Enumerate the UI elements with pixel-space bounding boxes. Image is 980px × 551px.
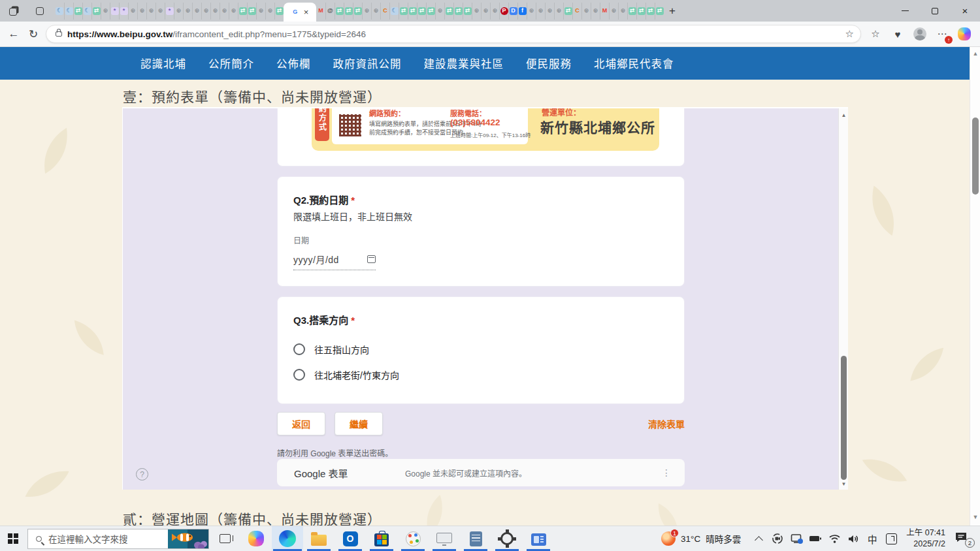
profile-avatar[interactable] [912,26,928,42]
radio-button-icon[interactable] [293,369,305,381]
copilot-icon[interactable] [956,26,972,42]
taskbar-projector-button[interactable] [429,526,460,551]
browser-tab[interactable]: ⇄ [463,3,472,20]
browser-tab[interactable]: * [165,3,174,20]
browser-tab[interactable]: ⇄ [399,3,408,20]
start-button[interactable] [0,526,26,551]
date-input[interactable]: yyyy/月/dd [293,253,376,270]
browser-tab[interactable]: ⊕ [192,3,201,20]
nav-item-7[interactable]: 北埔鄉民代表會 [594,55,674,71]
refresh-icon[interactable]: ↻ [24,27,43,41]
scroll-down-icon[interactable]: ▼ [970,514,980,520]
hidden-icons-chevron[interactable] [752,531,765,546]
calendar-icon[interactable] [367,255,376,263]
browser-tab[interactable]: ⇄ [73,3,82,20]
taskbar-store-button[interactable] [366,526,397,551]
active-tab[interactable]: G × [284,3,316,22]
browser-tab[interactable]: P [499,3,508,20]
browser-tab[interactable]: * [110,3,119,20]
browser-tab[interactable]: ☾ [64,3,73,20]
address-bar[interactable]: https://www.beipu.gov.tw/iframcontent_ed… [46,25,861,43]
browser-tab[interactable]: M [316,3,325,20]
browser-tab[interactable]: ⇄ [444,3,453,20]
nav-item-2[interactable]: 公所簡介 [208,55,254,71]
minimize-button[interactable] [890,0,920,22]
nav-item-3[interactable]: 公佈欄 [276,55,311,71]
display-cast-icon[interactable] [790,531,803,546]
radio-button-icon[interactable] [293,343,305,355]
google-forms-brand[interactable]: Google 表單 [277,466,405,480]
browser-tab[interactable]: ⊕ [545,3,554,20]
back-icon[interactable]: ← [4,27,24,40]
taskbar-edge-button[interactable] [272,526,303,551]
taskbar-notepad-button[interactable] [460,526,491,551]
browser-tab[interactable]: ⊕ [472,3,481,20]
maximize-button[interactable] [920,0,950,22]
taskbar-copilot-button[interactable] [240,526,272,551]
clear-form-link[interactable]: 清除表單 [648,417,685,430]
tab-actions-icon[interactable] [5,3,22,19]
radio-option-2[interactable]: 往北埔老街/竹東方向 [293,368,399,381]
browser-tab[interactable]: ☾ [55,3,64,20]
tab-close-icon[interactable]: × [304,8,309,16]
browser-tab[interactable]: ⊕ [609,3,618,20]
browser-tab[interactable]: ☾ [82,3,91,20]
volume-icon[interactable] [847,531,860,546]
weather-widget[interactable]: 1 31°C 晴時多雲 [656,526,746,551]
browser-tab[interactable]: ⊕ [137,3,146,20]
browser-tab[interactable]: ⊕ [155,3,165,20]
browser-tab[interactable]: ⊕ [554,3,563,20]
browser-tab[interactable]: ☾ [389,3,399,20]
settings-menu-icon[interactable]: ⋯↑ [934,26,950,42]
browser-tab[interactable]: ⇄ [563,3,572,20]
browser-tab[interactable]: ⊕ [183,3,192,20]
notification-center-button[interactable]: 2 [954,531,973,546]
nav-item-1[interactable]: 認識北埔 [140,55,186,71]
scroll-up-icon[interactable]: ▲ [839,112,848,118]
iframe-scrollbar[interactable]: ▲ ▼ [838,108,848,490]
browser-tab[interactable]: ⊕ [265,3,274,20]
browser-tab[interactable]: C [380,3,389,20]
search-daily-image[interactable] [168,529,208,548]
browser-tab[interactable]: M [600,3,609,20]
browser-tab[interactable]: ⇄ [655,3,664,20]
browser-tab[interactable]: ⊕ [618,3,627,20]
ime-language-indicator[interactable]: 中 [866,531,879,546]
browser-tab[interactable]: ⊕ [220,3,229,20]
taskbar-settings-button[interactable] [491,526,523,551]
ime-mode-icon[interactable] [885,531,898,546]
browser-tab[interactable]: ⇄ [636,3,645,20]
browser-tab[interactable]: @ [325,3,335,20]
iframe-scrollbar-thumb[interactable] [841,356,847,480]
browser-tab[interactable]: ⊕ [256,3,265,20]
browser-tab[interactable]: ⊕ [481,3,490,20]
browser-tab[interactable]: ⊕ [229,3,238,20]
browser-tab[interactable]: ⊕ [146,3,155,20]
browser-tab[interactable]: ⇄ [274,3,284,20]
bookmark-star-icon[interactable]: ☆ [845,28,854,40]
taskbar-search-box[interactable]: 在這裡輸入文字來搜 [27,529,209,549]
browser-tab[interactable]: ⇄ [344,3,353,20]
scroll-up-icon[interactable]: ▲ [970,50,980,57]
continue-button[interactable]: 繼續 [335,412,383,435]
taskbar-paint-button[interactable] [397,526,429,551]
browser-tab[interactable]: ⇄ [417,3,426,20]
browser-scrollbar[interactable]: ▲ ▼ [970,47,980,526]
browser-tab[interactable]: ⊕ [174,3,183,20]
battery-icon[interactable] [809,531,822,546]
browser-tab[interactable]: ⊕ [128,3,137,20]
nav-item-6[interactable]: 便民服務 [526,55,572,71]
footer-menu-icon[interactable]: ⋮ [662,467,685,478]
browser-tab[interactable]: ⇄ [247,3,256,20]
browser-tab[interactable]: ⇄ [627,3,636,20]
browser-tab[interactable]: ⇄ [238,3,247,20]
browser-tab[interactable]: ⊕ [201,3,210,20]
help-icon[interactable]: ? [136,468,148,480]
taskbar-explorer-button[interactable] [303,526,335,551]
browser-tab[interactable]: ⊕ [101,3,110,20]
browser-tab[interactable]: ⊕ [362,3,371,20]
browser-tab[interactable]: ⇄ [453,3,463,20]
browser-tab[interactable]: ⊕ [210,3,220,20]
browser-tab[interactable]: ⇄ [335,3,344,20]
browser-scrollbar-thumb[interactable] [972,118,979,195]
